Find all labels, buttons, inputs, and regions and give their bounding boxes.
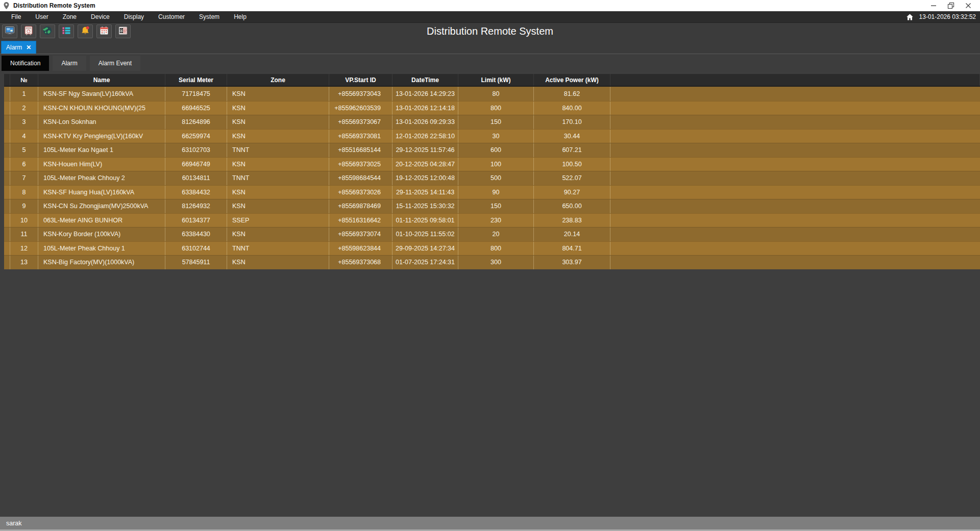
cell-vp-start-id: +85569878469 bbox=[329, 199, 393, 213]
table-row[interactable]: 8KSN-SF Huang Hua(LV)160kVA63384432KSN+8… bbox=[4, 185, 980, 199]
cell-limit: 90 bbox=[458, 186, 534, 199]
cell-vp-start-id: +85598623844 bbox=[329, 242, 393, 256]
row-filler-cell bbox=[610, 227, 980, 241]
column-header-4[interactable]: VP.Start ID bbox=[329, 74, 393, 86]
cell-vp-start-id: +85516316642 bbox=[329, 214, 393, 227]
cell-limit: 500 bbox=[458, 171, 534, 185]
menu-item-help[interactable]: Help bbox=[227, 11, 254, 22]
table-row[interactable]: 11KSN-Kory Border (100kVA)63384430KSN+85… bbox=[4, 227, 980, 241]
cell-serial: 81264896 bbox=[165, 115, 227, 129]
row-header[interactable] bbox=[4, 130, 10, 143]
globe-button[interactable] bbox=[40, 24, 55, 38]
table-row[interactable]: 10063L-Meter AING BUNHOR60134377SSEP+855… bbox=[4, 213, 980, 227]
calendar-button[interactable] bbox=[96, 24, 112, 38]
row-header[interactable] bbox=[4, 102, 10, 115]
table-row[interactable]: 5105L-Meter Kao Ngaet 163102703TNNT+8551… bbox=[4, 143, 980, 157]
cell-name: 105L-Meter Kao Ngaet 1 bbox=[38, 143, 165, 157]
menu-item-file[interactable]: File bbox=[4, 11, 28, 22]
subtab-strip: NotificationAlarmAlarm Event bbox=[0, 54, 980, 72]
menu-item-device[interactable]: Device bbox=[84, 11, 117, 22]
cell-serial: 81264932 bbox=[165, 199, 227, 213]
list-button[interactable] bbox=[59, 24, 74, 38]
cell-vp-start-id: +85516685144 bbox=[329, 143, 393, 157]
cell-datetime: 01-10-2025 11:55:02 bbox=[393, 227, 458, 241]
column-header-5[interactable]: DateTime bbox=[393, 74, 458, 86]
row-header[interactable] bbox=[4, 143, 10, 157]
row-header[interactable] bbox=[4, 186, 10, 199]
cell-active-power: 238.83 bbox=[534, 214, 610, 227]
subtab-notification[interactable]: Notification bbox=[2, 56, 49, 71]
cell-active-power: 100.50 bbox=[534, 158, 610, 171]
cell-vp-start-id: +855962603539 bbox=[329, 102, 393, 115]
cell-datetime: 13-01-2026 09:29:33 bbox=[393, 115, 458, 129]
row-header[interactable] bbox=[4, 87, 10, 101]
row-header[interactable] bbox=[4, 256, 10, 269]
table-row[interactable]: 9KSN-CN Su Zhongjiam(MV)2500kVA81264932K… bbox=[4, 199, 980, 213]
row-filler-cell bbox=[610, 186, 980, 199]
row-filler-cell bbox=[610, 115, 980, 129]
table-row[interactable]: 4KSN-KTV Kry Pengleng(LV)(160kV66259974K… bbox=[4, 129, 980, 143]
bell-button[interactable] bbox=[78, 24, 93, 38]
cell-vp-start-id: +85598684544 bbox=[329, 171, 393, 185]
cell-zone: KSN bbox=[227, 115, 329, 129]
table-row[interactable]: 7105L-Meter Pheak Chhouy 260134811TNNT+8… bbox=[4, 171, 980, 185]
cell-active-power: 607.21 bbox=[534, 143, 610, 157]
table-header-row: №NameSerial MeterZoneVP.Start IDDateTime… bbox=[4, 74, 980, 87]
column-header-7[interactable]: Active Power (kW) bbox=[534, 74, 610, 86]
header-filler-cell bbox=[610, 74, 980, 86]
restore-button[interactable] bbox=[942, 0, 960, 11]
table-row[interactable]: 6KSN-Houen Him(LV)66946749KSN+8556937302… bbox=[4, 157, 980, 171]
cell-name: KSN-Kory Border (100kVA) bbox=[38, 227, 165, 241]
column-header-1[interactable]: Name bbox=[38, 74, 165, 86]
monitor-button[interactable] bbox=[2, 24, 17, 38]
menu-item-user[interactable]: User bbox=[28, 11, 55, 22]
cell-zone: KSN bbox=[227, 158, 329, 171]
cell-vp-start-id: +85569373043 bbox=[329, 87, 393, 101]
menu-item-zone[interactable]: Zone bbox=[56, 11, 84, 22]
table-row[interactable]: 3KSN-Lon Soknhan81264896KSN+855693730671… bbox=[4, 115, 980, 129]
meter-button[interactable] bbox=[21, 24, 36, 38]
counter-button[interactable]: 0067 bbox=[115, 24, 131, 38]
table-row[interactable]: 2KSN-CN KHOUN KHOUNG(MV)(2566946525KSN+8… bbox=[4, 101, 980, 115]
cell-vp-start-id: +85569373074 bbox=[329, 227, 393, 241]
subtab-alarm-event[interactable]: Alarm Event bbox=[90, 56, 140, 71]
close-button[interactable] bbox=[960, 0, 977, 11]
cell-serial: 57845911 bbox=[165, 256, 227, 269]
cell-no: 8 bbox=[10, 186, 38, 199]
column-header-6[interactable]: Limit (kW) bbox=[458, 74, 534, 86]
cell-limit: 800 bbox=[458, 102, 534, 115]
menu-item-customer[interactable]: Customer bbox=[151, 11, 192, 22]
home-icon[interactable] bbox=[905, 12, 915, 21]
row-header[interactable] bbox=[4, 214, 10, 227]
cell-limit: 20 bbox=[458, 227, 534, 241]
row-filler-cell bbox=[610, 256, 980, 269]
tab-close-icon[interactable]: ✕ bbox=[26, 44, 31, 51]
row-header[interactable] bbox=[4, 171, 10, 185]
column-header-3[interactable]: Zone bbox=[227, 74, 329, 86]
table-row[interactable]: 1KSN-SF Ngy Savan(LV)160kVA71718475KSN+8… bbox=[4, 87, 980, 101]
tab-alarm[interactable]: Alarm ✕ bbox=[1, 41, 36, 54]
globe-icon bbox=[42, 26, 53, 38]
column-header-0[interactable]: № bbox=[10, 74, 38, 86]
app-pin-icon bbox=[3, 2, 10, 10]
cell-serial: 60134377 bbox=[165, 214, 227, 227]
minimize-button[interactable] bbox=[925, 0, 942, 11]
column-header-2[interactable]: Serial Meter bbox=[165, 74, 227, 86]
title-bar: Distribution Remote System bbox=[0, 0, 980, 11]
row-header[interactable] bbox=[4, 115, 10, 129]
tab-alarm-label: Alarm bbox=[6, 44, 22, 51]
menu-item-system[interactable]: System bbox=[192, 11, 227, 22]
cell-limit: 150 bbox=[458, 199, 534, 213]
cell-zone: KSN bbox=[227, 256, 329, 269]
row-header[interactable] bbox=[4, 227, 10, 241]
row-header[interactable] bbox=[4, 158, 10, 171]
menu-item-display[interactable]: Display bbox=[117, 11, 151, 22]
cell-limit: 100 bbox=[458, 158, 534, 171]
subtab-alarm[interactable]: Alarm bbox=[53, 56, 86, 71]
cell-limit: 800 bbox=[458, 242, 534, 256]
row-header[interactable] bbox=[4, 242, 10, 256]
row-header[interactable] bbox=[4, 199, 10, 213]
cell-datetime: 29-12-2025 11:57:46 bbox=[393, 143, 458, 157]
table-row[interactable]: 12105L-Meter Pheak Chhouy 163102744TNNT+… bbox=[4, 241, 980, 256]
table-row[interactable]: 13KSN-Big Factory(MV)(1000kVA)57845911KS… bbox=[4, 255, 980, 269]
